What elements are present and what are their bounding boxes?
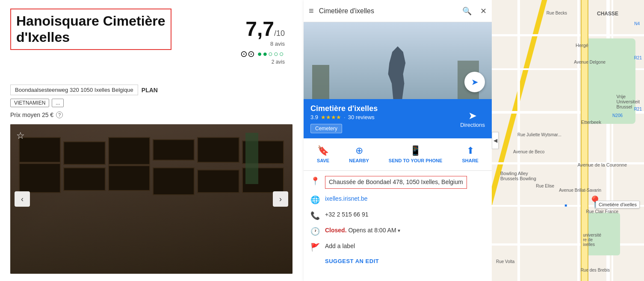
photo-bg: [10, 124, 292, 274]
status-open-time: Opens at 8:00 AM: [348, 227, 396, 234]
tag-more[interactable]: ...: [52, 99, 64, 107]
website-link[interactable]: ixelles.irisnet.be: [325, 195, 368, 203]
bookmark-icon: 🔖: [317, 145, 329, 156]
address-detail: Chaussée de Boondael 478, 1050 Ixelles, …: [325, 176, 467, 189]
map-rue-clair: Rue Clair France: [586, 209, 618, 214]
phone-value: +32 2 515 66 91: [325, 211, 369, 219]
price-label: Prix moyen 25 €: [10, 111, 53, 118]
map-street-label: Rue Becks: [547, 11, 567, 15]
title-line2: d'Ixelles: [16, 29, 70, 45]
gmap-header: ≡ 🔍 ✕: [304, 0, 492, 22]
map-background: Rue Becks CHASSE N4 R21 Hergé Avenue Del…: [492, 0, 644, 281]
map-road-label-r21-2: R21: [634, 107, 642, 111]
map-universite: universitére deixelles: [583, 233, 601, 247]
location-icon: 📍: [310, 176, 320, 186]
place-stars: ★★★★: [321, 114, 341, 120]
tag-vietnamien[interactable]: VIETNAMIEN: [10, 99, 49, 107]
left-panel: Hanoisquare Cimetière d'Ixelles 7,7/10 8…: [0, 0, 304, 281]
hotel-title: Hanoisquare Cimetière d'Ixelles: [16, 13, 165, 46]
ta-rating-circles: ●●○○○: [257, 50, 285, 59]
place-photo: ➤: [304, 22, 492, 99]
send-icon: 📱: [410, 145, 421, 156]
nearby-action[interactable]: ⊕ NEARBY: [349, 145, 369, 164]
address-row: Boondaalsesteenweg 320 1050 Ixelles Belg…: [10, 85, 293, 95]
map-street-juliette: Rue Juliette Wytsmar...: [517, 132, 561, 137]
flag-icon: 🚩: [310, 243, 320, 252]
review-count: 8 avis: [240, 41, 285, 47]
place-info-left: Cimetière d'ixelles 3.9 ★★★★ · 30 review…: [310, 104, 378, 133]
suggest-edit-button[interactable]: SUGGEST AN EDIT: [310, 258, 379, 264]
help-icon[interactable]: ?: [56, 111, 63, 118]
hours-chevron-icon[interactable]: ▾: [398, 228, 400, 234]
address-detail-row: 📍 Chaussée de Boondael 478, 1050 Ixelles…: [310, 176, 485, 189]
tags-row: VIETNAMIEN ...: [10, 99, 293, 107]
map-area-label-chasse: CHASSE: [597, 11, 618, 17]
address-value: Chaussée de Boondael 478, 1050 Ixelles, …: [325, 176, 467, 189]
map-road-label-n206: N206: [612, 113, 623, 118]
details-section: 📍 Chaussée de Boondael 478, 1050 Ixelles…: [304, 171, 492, 281]
website-detail-row: 🌐 ixelles.irisnet.be: [310, 195, 485, 205]
save-action[interactable]: 🔖 SAVE: [317, 145, 329, 164]
phone-icon: 📞: [310, 211, 320, 220]
map-road-label-r21: R21: [634, 56, 642, 60]
prev-photo-button[interactable]: ‹: [15, 191, 30, 207]
map-area-etterbeek: Etterbeek: [581, 120, 601, 125]
clock-icon: 🕐: [310, 227, 320, 236]
hotel-title-box: Hanoisquare Cimetière d'Ixelles: [10, 9, 171, 50]
rating-number: 7,7: [245, 18, 274, 40]
place-info-bar: Cimetière d'ixelles 3.9 ★★★★ · 30 review…: [304, 99, 492, 138]
map-rue-brebis: Rue des Brebis: [581, 268, 610, 272]
place-rating: 3.9: [310, 114, 318, 120]
map-avenue-couronne: Avenue de la Couronne: [578, 162, 627, 167]
tripadvisor-row: ⊙⊙ ●●○○○: [240, 49, 285, 59]
rating-out-of: /10: [274, 29, 285, 38]
status-closed: Closed.: [325, 227, 347, 234]
map-panel: Rue Becks CHASSE N4 R21 Hergé Avenue Del…: [492, 0, 644, 281]
share-action[interactable]: ⬆ SHARE: [462, 145, 479, 164]
tripadvisor-logo: ⊙⊙: [240, 49, 255, 59]
save-label: SAVE: [317, 158, 329, 164]
send-phone-label: SEND TO YOUR PHONE: [389, 158, 443, 164]
map-street-average-delgone: Avenue Delgone: [574, 60, 606, 64]
hours-detail-row: 🕐 Closed. Opens at 8:00 AM ▾: [310, 226, 485, 236]
add-label-text[interactable]: Add a label: [325, 242, 355, 251]
photo-overlay: [10, 124, 292, 274]
place-tag-row: Cemetery: [310, 120, 378, 133]
search-input[interactable]: [319, 7, 457, 15]
hamburger-icon[interactable]: ≡: [309, 6, 314, 16]
next-photo-button[interactable]: ›: [273, 191, 288, 207]
google-maps-panel: ≡ 🔍 ✕ ➤ Cimetière d'ixelles 3.9 ★★★★ · 3…: [304, 0, 492, 281]
label-detail-row: 🚩 Add a label: [310, 242, 485, 252]
photo-container: ☆ ‹ ›: [10, 124, 292, 274]
map-pin-label: Cimetière d'ixelles: [596, 201, 640, 208]
share-label: SHARE: [462, 158, 479, 164]
send-phone-action[interactable]: 📱 SEND TO YOUR PHONE: [389, 145, 443, 164]
map-rue-elise: Rue Elise: [536, 184, 554, 188]
directions-label: Directions: [460, 122, 485, 128]
collapse-panel-button[interactable]: ◀: [492, 132, 499, 149]
rating-block: 7,7/10 8 avis ⊙⊙ ●●○○○ 2 avis: [240, 17, 285, 65]
map-blue-square: ■: [564, 203, 567, 208]
place-name: Cimetière d'ixelles: [310, 104, 378, 113]
actions-row: 🔖 SAVE ⊕ NEARBY 📱 SEND TO YOUR PHONE ⬆ S…: [304, 138, 492, 171]
map-road-label-n4: N4: [634, 21, 640, 26]
park-area: [584, 38, 635, 124]
plan-link[interactable]: PLAN: [142, 87, 158, 94]
title-line1: Hanoisquare Cimetière: [16, 13, 165, 29]
map-avenue-brillat: Avenue Brillat-Savarin: [559, 188, 601, 193]
favorite-button[interactable]: ☆: [16, 130, 25, 141]
map-avenue-beco: Avenue de Beco: [513, 149, 544, 154]
place-info-right: ➤ Directions: [460, 110, 485, 128]
phone-detail-row: 📞 +32 2 515 66 91: [310, 211, 485, 220]
hours-value: Closed. Opens at 8:00 AM ▾: [325, 226, 400, 235]
map-area-label-herge: Hergé: [576, 43, 588, 48]
nearby-icon: ⊕: [355, 145, 363, 156]
place-category-tag[interactable]: Cemetery: [310, 124, 342, 133]
share-icon: ⬆: [467, 145, 474, 156]
bowling-alley: Bowling AlleyBrussels Bowling: [500, 171, 536, 181]
review-count: 30 reviews: [348, 114, 375, 120]
place-rating-row: 3.9 ★★★★ · 30 reviews: [310, 114, 378, 120]
directions-fab-button[interactable]: ➤: [464, 72, 485, 92]
search-icon[interactable]: 🔍: [462, 6, 472, 16]
close-icon[interactable]: ✕: [480, 6, 487, 16]
